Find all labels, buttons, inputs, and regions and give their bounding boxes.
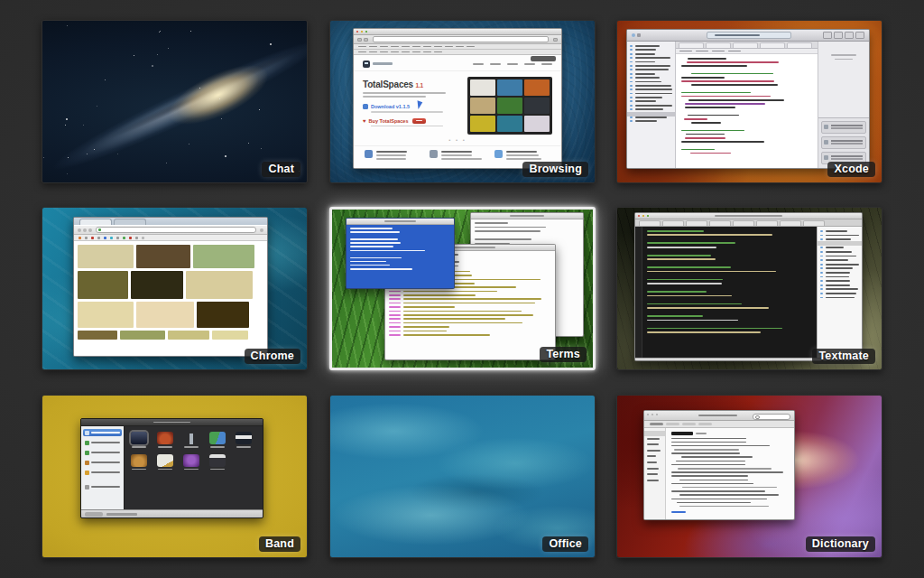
- space-tile-terms[interactable]: Terms: [329, 207, 596, 370]
- chrome-tab-strip: [74, 218, 267, 225]
- dictionary-source-tabs: [644, 421, 794, 428]
- space-tile-textmate[interactable]: Textmate: [616, 207, 882, 370]
- tagline-line: [363, 92, 446, 94]
- download-pill: [531, 56, 556, 61]
- omnibox: [96, 227, 256, 233]
- dictionary-body: [644, 428, 794, 520]
- totalspaces-grid-overview: Chat TotalSpaces 1.1: [0, 0, 924, 578]
- loops-icon: [209, 432, 226, 444]
- chooser-footer: [81, 509, 263, 518]
- space-tile-office[interactable]: Office: [329, 395, 596, 558]
- code-lines: [642, 227, 817, 358]
- definition-pane: [666, 428, 794, 520]
- textmate-tab-strip: [635, 219, 862, 227]
- sidebar-item-lesson-store: [83, 449, 122, 456]
- space-label-office: Office: [542, 536, 588, 552]
- chooser-sidebar: [81, 426, 125, 509]
- sidebar-item-learn-to-play: [83, 439, 122, 446]
- run-button-icon: [632, 33, 635, 37]
- template-grid: [125, 426, 263, 509]
- space-tile-dictionary[interactable]: Dictionary: [616, 395, 882, 558]
- space-label-xcode: Xcode: [827, 162, 875, 177]
- feature-3: [494, 150, 550, 162]
- download-link: Download v1.1.5: [363, 103, 460, 109]
- space-label-dictionary: Dictionary: [806, 536, 875, 552]
- tagline-line-2: [363, 96, 426, 98]
- sidebar-item-ringtone: [83, 469, 122, 476]
- image-thumbnail: [212, 331, 248, 340]
- terminal-window-blue: [346, 218, 455, 289]
- forward-button-icon: [364, 38, 368, 42]
- google-images-results: [74, 241, 267, 357]
- image-thumbnail: [131, 271, 183, 299]
- xcode-toolbar: [627, 30, 869, 42]
- back-button-icon: [78, 228, 81, 232]
- brand-wordmark: [373, 62, 393, 65]
- template-piano: [130, 432, 148, 448]
- space-label-terms: Terms: [540, 347, 587, 362]
- dictionary-window: [643, 410, 795, 520]
- stop-button-icon: [637, 33, 641, 37]
- hero-section: TotalSpaces 1.1 Download v1.1.5 ♥ Buy To…: [354, 71, 561, 136]
- dark-editor: [635, 227, 817, 358]
- piano-icon: [131, 432, 147, 444]
- issue-row: [821, 121, 866, 134]
- image-thumbnail: [78, 245, 134, 268]
- definition-text: [671, 438, 789, 510]
- open-button: [85, 512, 103, 517]
- songwriting-icon: [157, 454, 173, 467]
- space-label-chrome: Chrome: [245, 349, 300, 364]
- quick-help-panel: [818, 42, 869, 117]
- dictionary-search-field: [753, 414, 790, 420]
- magic-icon: [85, 461, 89, 465]
- feature-2-icon: [430, 150, 438, 158]
- space-tile-chat[interactable]: Chat: [42, 20, 308, 183]
- wrench-menu-icon: [260, 228, 263, 232]
- line-number-gutter: [635, 227, 642, 358]
- space-label-textmate: Textmate: [812, 349, 875, 364]
- version-badge: 1.1: [416, 82, 423, 89]
- image-thumbnail: [120, 331, 165, 340]
- feature-1: [365, 150, 420, 162]
- traffic-lights-icon: [647, 414, 658, 415]
- image-thumbnail: [78, 302, 134, 328]
- forward-button-icon: [83, 228, 87, 232]
- microphone-icon: [183, 432, 199, 444]
- chrome-window: [73, 217, 268, 357]
- keyboard-icon: [236, 432, 252, 444]
- space-label-chat: Chat: [262, 162, 300, 177]
- template-keyboard-collection: [235, 432, 253, 448]
- address-bar: [373, 36, 549, 42]
- ssh-welcome-text: [346, 225, 454, 289]
- active-tab: [79, 219, 112, 225]
- issue-row: [821, 136, 866, 149]
- background-tab: [114, 219, 146, 225]
- textmate-titlebar: [635, 213, 862, 219]
- space-tile-chrome[interactable]: Chrome: [42, 207, 308, 370]
- space-tile-xcode[interactable]: Xcode: [616, 20, 882, 183]
- dictionary-titlebar: [644, 411, 794, 421]
- utility-panel: [818, 42, 869, 168]
- space-label-band: Band: [259, 536, 300, 552]
- space-label-browsing: Browsing: [522, 162, 588, 177]
- editor-area: [676, 42, 818, 168]
- site-nav: [473, 63, 552, 65]
- image-thumbnail: [186, 271, 253, 299]
- buy-subtext: [371, 126, 443, 127]
- totalspaces-webpage: TotalSpaces 1.1 Download v1.1.5 ♥ Buy To…: [354, 55, 561, 169]
- sidebar-item-recent-projects: [83, 483, 122, 490]
- space-tile-band[interactable]: Band: [42, 395, 308, 558]
- editor-tabs: [676, 42, 818, 49]
- heart-icon: ♥: [363, 118, 366, 124]
- template-songwriting: [156, 454, 174, 471]
- space-tile-browsing[interactable]: TotalSpaces 1.1 Download v1.1.5 ♥ Buy To…: [329, 20, 596, 183]
- ribbon-icon: [415, 100, 422, 109]
- safari-toolbar: [354, 35, 561, 44]
- feature-1-icon: [365, 150, 373, 158]
- electric-guitar-icon: [157, 432, 173, 444]
- template-movie: [208, 454, 226, 471]
- reader-button-icon: [553, 38, 558, 42]
- see-also-link: [671, 511, 686, 513]
- template-electric-guitar: [156, 432, 174, 448]
- template-podcast: [182, 454, 200, 471]
